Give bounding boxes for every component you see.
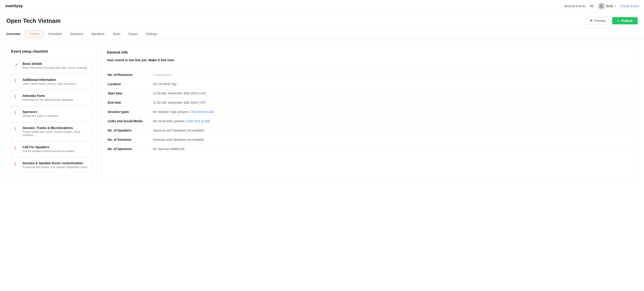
info-value: No Session Type present. Click here to a… <box>152 107 632 117</box>
info-label: No. of Sessions <box>107 135 152 144</box>
checklist-item-title: Session & Speaker forms customization <box>22 161 87 165</box>
tab-settings[interactable]: Settings <box>142 29 162 39</box>
checklist-item-attendee-form[interactable]: !Attendee FormInformation to be collecte… <box>11 90 92 105</box>
checklist-item-title: Session, Tracks & Microlocations <box>22 126 88 130</box>
checklist-item-basic-details[interactable]: ✓Basic DetailsBasic information includin… <box>11 58 92 73</box>
checklist-item-session-speaker-forms[interactable]: !Session & Speaker forms customizationCu… <box>11 157 92 173</box>
info-row: Links and Social MediaNo social links pr… <box>107 117 632 126</box>
eye-icon: 👁 <box>590 19 593 23</box>
info-value: Ho Chi Minh City <box>152 80 632 89</box>
username-label: Bella <box>606 4 613 8</box>
info-label: No. of Sponsors <box>107 144 152 154</box>
checklist-item-title: Sponsors <box>22 110 58 114</box>
tabs-bar: Overview Tickets Scheduler Sessions Spea… <box>0 29 644 39</box>
checklist-item-desc: Basic information including title, date,… <box>22 66 87 69</box>
chevron-down-icon: ▾ <box>614 5 616 7</box>
info-table: No. of RevisionsComing SoonLocationHo Ch… <box>107 70 632 153</box>
info-row: Session typesNo Session Type present. Cl… <box>107 107 632 117</box>
tab-export[interactable]: Export <box>124 29 142 39</box>
app-logo: eventyay <box>6 4 23 8</box>
warning-icon: ! <box>14 146 20 150</box>
info-value: 12:00 AM, December 10th 2020 (+07) <box>152 98 632 107</box>
preview-button[interactable]: 👁 Preview <box>585 17 610 25</box>
checklist-panel: Event setup checklist ✓Basic DetailsBasi… <box>6 45 97 178</box>
warning-icon: ! <box>14 127 20 131</box>
info-row: No. of SpeakersSessions and Speakers not… <box>107 126 632 135</box>
checklist-item-additional-info[interactable]: !Additional InformationLinks, social med… <box>11 74 92 89</box>
page-header: Open Tech Vietnam 👁 Preview ✓ Publish <box>0 12 644 29</box>
user-menu[interactable]: Bella ▾ <box>598 3 616 10</box>
mail-icon[interactable]: ✉ <box>590 4 594 9</box>
info-label: Links and Social Media <box>107 117 152 126</box>
warning-icon: ! <box>14 111 20 115</box>
live-notice: Your event is not live yet. Make it live… <box>107 58 632 66</box>
checklist-item-desc: Information to be collected from attende… <box>22 98 73 101</box>
tab-speakers[interactable]: Speakers <box>87 29 108 39</box>
checklist-items: ✓Basic DetailsBasic information includin… <box>11 58 92 173</box>
checklist-item-title: Basic Details <box>22 62 87 66</box>
info-link[interactable]: Click here to add <box>190 110 214 114</box>
info-label: End time <box>107 98 152 107</box>
publish-label: Publish <box>621 19 633 23</box>
preview-label: Preview <box>594 19 606 23</box>
checklist-item-call-for-speakers[interactable]: !Call For SpeakersCall for speakers anno… <box>11 141 92 157</box>
info-label: No. of Revisions <box>107 70 152 80</box>
avatar <box>598 3 605 10</box>
info-label: Location <box>107 80 152 89</box>
checklist-item-title: Additional Information <box>22 78 76 82</box>
nav-right: Browse Events ✉ Bella ▾ Create Event <box>564 3 638 10</box>
info-value: No Sponsor added yet. <box>152 144 632 154</box>
header-actions: 👁 Preview ✓ Publish <box>585 17 638 25</box>
page-title: Open Tech Vietnam <box>6 18 60 25</box>
checklist-item-desc: Customize the session and speaker regist… <box>22 166 87 169</box>
checklist-item-sponsors[interactable]: !SponsorsDetails and logos of sponsors <box>11 106 92 121</box>
checklist-item-desc: Details and logos of sponsors <box>22 114 58 118</box>
info-row: No. of SponsorsNo Sponsor added yet. <box>107 144 632 154</box>
checklist-item-title: Attendee Form <box>22 94 73 98</box>
info-label: No. of Speakers <box>107 126 152 135</box>
checklist-item-desc: Call for speakers announcement and dates <box>22 150 74 153</box>
info-value: Sessions and Speakers not enabled. <box>152 135 632 144</box>
checklist-item-desc: Links, social media, privacy, code of co… <box>22 82 76 85</box>
checklist-title: Event setup checklist <box>11 50 92 54</box>
info-row: LocationHo Chi Minh City <box>107 80 632 89</box>
tab-scheduler[interactable]: Scheduler <box>44 29 66 39</box>
tab-tickets[interactable]: Tickets <box>25 31 43 37</box>
tab-overview[interactable]: Overview <box>6 29 24 39</box>
general-info-panel: General info Your event is not live yet.… <box>101 45 638 178</box>
general-info-title: General info <box>107 50 632 55</box>
info-label: Start time <box>107 89 152 98</box>
info-row: No. of RevisionsComing Soon <box>107 70 632 80</box>
main-content: Event setup checklist ✓Basic DetailsBasi… <box>0 39 644 184</box>
info-row: No. of SessionsSessions and Speakers not… <box>107 135 632 144</box>
warning-icon: ! <box>14 94 20 99</box>
info-value: No social links present. Click here to a… <box>152 117 632 126</box>
tab-team[interactable]: Team <box>108 29 124 39</box>
info-row: End time12:00 AM, December 10th 2020 (+0… <box>107 98 632 107</box>
info-label: Session types <box>107 107 152 117</box>
check-circle-icon: ✓ <box>14 62 20 68</box>
checklist-item-desc: Tracks details and colors, session lengt… <box>22 130 88 137</box>
info-row: Start time12:00 AM, November 30th 2020 (… <box>107 89 632 98</box>
checklist-item-session-tracks[interactable]: !Session, Tracks & MicrolocationsTracks … <box>11 122 92 141</box>
warning-icon: ! <box>14 78 20 83</box>
warning-icon: ! <box>14 162 20 166</box>
browse-events-link[interactable]: Browse Events <box>564 4 586 8</box>
publish-button[interactable]: ✓ Publish <box>612 17 638 25</box>
info-value: Sessions and Speakers not enabled. <box>152 126 632 135</box>
info-link[interactable]: Click here to add <box>186 119 210 123</box>
info-value: Coming Soon <box>152 70 632 80</box>
checkmark-icon: ✓ <box>617 19 620 23</box>
checklist-item-title: Call For Speakers <box>22 145 74 149</box>
create-event-link[interactable]: Create Event <box>620 4 638 8</box>
top-nav: eventyay Browse Events ✉ Bella ▾ Create … <box>0 0 644 12</box>
tab-sessions[interactable]: Sessions <box>66 29 87 39</box>
info-value: 12:00 AM, November 30th 2020 (+07) <box>152 89 632 98</box>
